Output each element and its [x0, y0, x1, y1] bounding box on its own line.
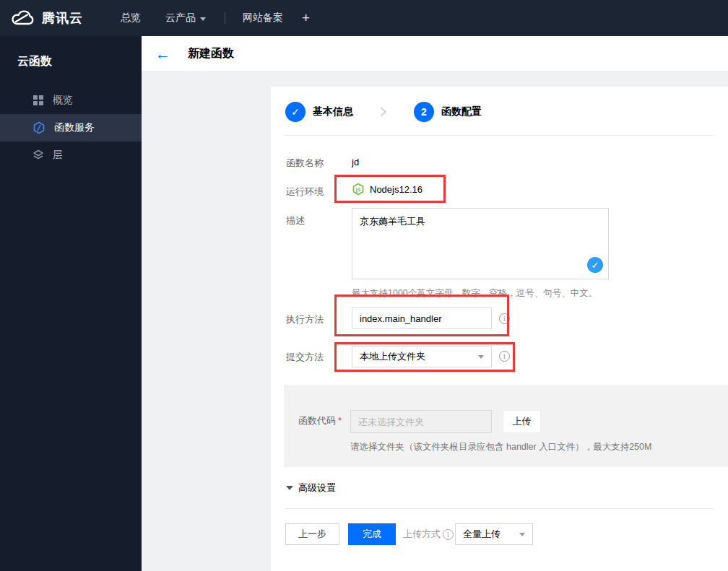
function-name-label: 函数名称 [286, 157, 344, 170]
nav-divider [225, 12, 225, 24]
submit-method-info-icon[interactable]: i [499, 351, 510, 362]
description-field-wrap: 京东薅羊毛工具 ✓ [352, 208, 609, 279]
page-header: ← 新建函数 [142, 36, 728, 72]
upload-mode-select[interactable]: 全量上传 [455, 523, 533, 545]
function-code-panel: 函数代码* 上传 请选择文件夹（该文件夹根目录应包含 handler 入口文件）… [284, 385, 728, 467]
advanced-settings-toggle[interactable]: 高级设置 [286, 481, 336, 494]
back-arrow-icon[interactable]: ← [155, 46, 170, 61]
step1-check-icon: ✓ [285, 102, 306, 122]
brand-name: 腾讯云 [42, 9, 83, 27]
nav-products[interactable]: 云产品 [165, 12, 206, 25]
sidebar-item-label: 函数服务 [54, 121, 95, 134]
step-chevron-icon [379, 107, 388, 117]
sidebar-item-layers[interactable]: 层 [0, 141, 142, 169]
page-title: 新建函数 [188, 46, 234, 61]
sidebar-item-function-service[interactable]: 函数服务 [0, 114, 142, 141]
sidebar: 云函数 概览 函数服务 层 [0, 36, 142, 571]
brand[interactable]: 腾讯云 [10, 9, 83, 27]
sidebar-item-label: 概览 [53, 94, 73, 107]
handler-label: 执行方法 [286, 313, 344, 326]
submit-method-label: 提交方法 [286, 351, 344, 364]
upload-mode-label-group: 上传方式 i [403, 523, 454, 545]
nodejs-icon: js [352, 183, 365, 196]
runtime-value: js Nodejs12.16 [352, 183, 422, 196]
step-indicator: ✓ 基本信息 2 函数配置 [285, 102, 482, 122]
chevron-down-icon [200, 17, 206, 21]
valid-check-icon: ✓ [587, 257, 603, 273]
nav-overview[interactable]: 总览 [121, 12, 141, 25]
required-asterisk: * [338, 415, 342, 426]
submit-method-select[interactable]: 本地上传文件夹 [352, 346, 492, 367]
step1-label: 基本信息 [313, 105, 353, 118]
nav-beian[interactable]: 网站备案 [243, 12, 283, 25]
steps-divider [285, 135, 714, 136]
function-hexagon-icon [32, 121, 46, 134]
tencent-cloud-logo-icon [10, 9, 36, 27]
main-area: ← 新建函数 ✓ 基本信息 2 函数配置 函数名称 jd 运行环境 j [142, 36, 728, 571]
step2-label: 函数配置 [441, 105, 482, 118]
sidebar-title: 云函数 [0, 36, 142, 87]
upload-mode-value: 全量上传 [463, 528, 500, 541]
nav-add-tab-button[interactable]: + [302, 10, 310, 26]
function-code-label: 函数代码* [298, 414, 342, 427]
top-navbar: 腾讯云 总览 云产品 网站备案 + [0, 0, 728, 36]
function-name-value: jd [352, 157, 359, 167]
runtime-label: 运行环境 [286, 186, 344, 199]
description-hint: 最大支持1000个英文字母，数字，空格，逗号、句号、中文。 [352, 287, 597, 300]
create-function-card: ✓ 基本信息 2 函数配置 函数名称 jd 运行环境 js Nodejs12.1… [271, 87, 728, 571]
grid-icon [32, 95, 44, 106]
description-label: 描述 [286, 214, 344, 227]
submit-method-value: 本地上传文件夹 [360, 350, 425, 363]
function-code-hint: 请选择文件夹（该文件夹根目录应包含 handler 入口文件），最大支持250M [350, 441, 651, 453]
handler-info-icon[interactable]: i [499, 313, 510, 324]
finish-button[interactable]: 完成 [348, 523, 396, 545]
upload-mode-info-icon[interactable]: i [443, 529, 454, 540]
upload-button[interactable]: 上传 [503, 410, 541, 433]
sidebar-item-overview[interactable]: 概览 [0, 87, 142, 114]
footer-divider [285, 508, 714, 509]
description-textarea[interactable]: 京东薅羊毛工具 [352, 209, 608, 279]
previous-step-button[interactable]: 上一步 [285, 523, 339, 545]
step2-number: 2 [414, 102, 434, 122]
triangle-down-icon [286, 486, 293, 490]
svg-text:js: js [355, 186, 361, 193]
chevron-down-icon [519, 533, 525, 536]
handler-input[interactable] [352, 308, 492, 329]
sidebar-item-label: 层 [53, 149, 63, 162]
layers-icon [32, 149, 44, 161]
chevron-down-icon [478, 355, 484, 359]
folder-path-input[interactable] [350, 410, 492, 433]
